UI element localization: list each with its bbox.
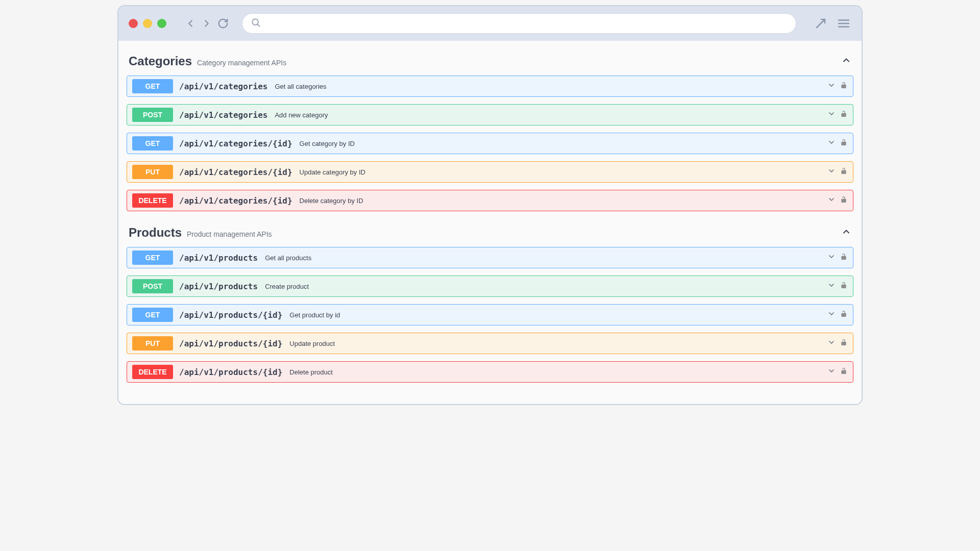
tag-header[interactable]: Categories Category management APIs — [127, 51, 853, 76]
method-badge: GET — [132, 308, 173, 322]
close-window-button[interactable] — [129, 19, 138, 28]
operation-row[interactable]: POST /api/v1/categories Add new category — [127, 104, 853, 126]
operation-summary: Get all categories — [275, 83, 326, 90]
method-badge: POST — [132, 279, 173, 293]
operation-row[interactable]: GET /api/v1/products Get all products — [127, 247, 853, 268]
operation-summary: Create product — [265, 283, 309, 290]
page-content: Categories Category management APIs GET … — [118, 41, 862, 404]
unlock-icon[interactable] — [840, 81, 848, 91]
unlock-icon[interactable] — [840, 281, 848, 291]
minimize-window-button[interactable] — [143, 19, 152, 28]
search-icon — [251, 17, 261, 30]
operations-list: GET /api/v1/products Get all products PO… — [127, 247, 853, 383]
back-button[interactable] — [184, 17, 197, 30]
chevron-down-icon — [827, 338, 836, 348]
chevron-down-icon — [827, 281, 836, 291]
operation-summary: Add new category — [275, 111, 328, 119]
operation-path: /api/v1/products — [179, 282, 258, 291]
operation-path: /api/v1/categories/{id} — [179, 139, 292, 148]
operation-summary: Delete category by ID — [300, 197, 363, 205]
operation-path: /api/v1/products/{id} — [179, 339, 282, 348]
operation-summary: Get category by ID — [300, 140, 355, 147]
tag-section-categories: Categories Category management APIs GET … — [127, 51, 853, 211]
browser-chrome — [118, 6, 862, 41]
operation-summary: Delete product — [289, 368, 333, 376]
chevron-down-icon — [827, 110, 836, 120]
method-badge: GET — [132, 79, 173, 93]
chevron-down-icon — [827, 367, 836, 377]
tag-name: Products — [129, 226, 182, 240]
chevron-up-icon — [841, 55, 851, 67]
expand-icon[interactable] — [814, 16, 828, 31]
unlock-icon[interactable] — [840, 253, 848, 263]
operation-summary: Update product — [289, 340, 335, 347]
unlock-icon[interactable] — [840, 338, 848, 348]
chevron-down-icon — [827, 81, 836, 91]
method-badge: DELETE — [132, 193, 173, 208]
operation-path: /api/v1/categories/{id} — [179, 196, 292, 206]
svg-line-2 — [817, 19, 825, 28]
chevron-down-icon — [827, 195, 836, 206]
method-badge: POST — [132, 108, 173, 122]
operation-row[interactable]: POST /api/v1/products Create product — [127, 276, 853, 297]
operation-row[interactable]: GET /api/v1/categories/{id} Get category… — [127, 133, 853, 154]
operation-path: /api/v1/categories/{id} — [179, 167, 292, 177]
forward-button[interactable] — [200, 17, 213, 30]
operation-row[interactable]: PUT /api/v1/products/{id} Update product — [127, 333, 853, 354]
operation-path: /api/v1/categories — [179, 110, 267, 120]
operation-path: /api/v1/products/{id} — [179, 367, 282, 377]
operation-row[interactable]: GET /api/v1/products/{id} Get product by… — [127, 304, 853, 325]
operation-summary: Get all products — [265, 254, 311, 262]
tag-header[interactable]: Products Product management APIs — [127, 222, 853, 247]
unlock-icon[interactable] — [840, 138, 848, 148]
tag-section-products: Products Product management APIs GET /ap… — [127, 222, 853, 383]
nav-controls — [184, 17, 230, 30]
operation-row[interactable]: PUT /api/v1/categories/{id} Update categ… — [127, 161, 853, 183]
chevron-down-icon — [827, 167, 836, 177]
browser-window: Categories Category management APIs GET … — [117, 5, 863, 405]
method-badge: DELETE — [132, 365, 173, 379]
unlock-icon[interactable] — [840, 310, 848, 320]
unlock-icon[interactable] — [840, 167, 848, 177]
unlock-icon[interactable] — [840, 110, 848, 120]
method-badge: GET — [132, 136, 173, 151]
operations-list: GET /api/v1/categories Get all categorie… — [127, 76, 853, 211]
tag-description: Category management APIs — [197, 59, 286, 67]
hamburger-menu-icon[interactable] — [836, 16, 851, 31]
operation-path: /api/v1/products/{id} — [179, 310, 282, 320]
chevron-up-icon — [841, 227, 851, 239]
chevron-down-icon — [827, 310, 836, 320]
operation-path: /api/v1/categories — [179, 82, 267, 91]
method-badge: PUT — [132, 165, 173, 179]
maximize-window-button[interactable] — [157, 19, 166, 28]
operation-path: /api/v1/products — [179, 253, 258, 263]
unlock-icon[interactable] — [840, 195, 848, 206]
tag-name: Categories — [129, 54, 192, 68]
svg-line-1 — [258, 24, 260, 27]
operation-row[interactable]: DELETE /api/v1/products/{id} Delete prod… — [127, 361, 853, 383]
operation-row[interactable]: GET /api/v1/categories Get all categorie… — [127, 76, 853, 97]
chevron-down-icon — [827, 253, 836, 263]
chrome-right-icons — [814, 16, 851, 31]
operation-summary: Get product by id — [289, 311, 340, 319]
method-badge: GET — [132, 251, 173, 265]
unlock-icon[interactable] — [840, 367, 848, 377]
url-bar[interactable] — [242, 13, 796, 34]
operation-summary: Update category by ID — [300, 168, 365, 176]
operation-row[interactable]: DELETE /api/v1/categories/{id} Delete ca… — [127, 190, 853, 211]
chevron-down-icon — [827, 138, 836, 148]
tag-description: Product management APIs — [187, 230, 272, 238]
method-badge: PUT — [132, 336, 173, 350]
window-controls — [129, 19, 166, 28]
reload-button[interactable] — [216, 17, 230, 30]
